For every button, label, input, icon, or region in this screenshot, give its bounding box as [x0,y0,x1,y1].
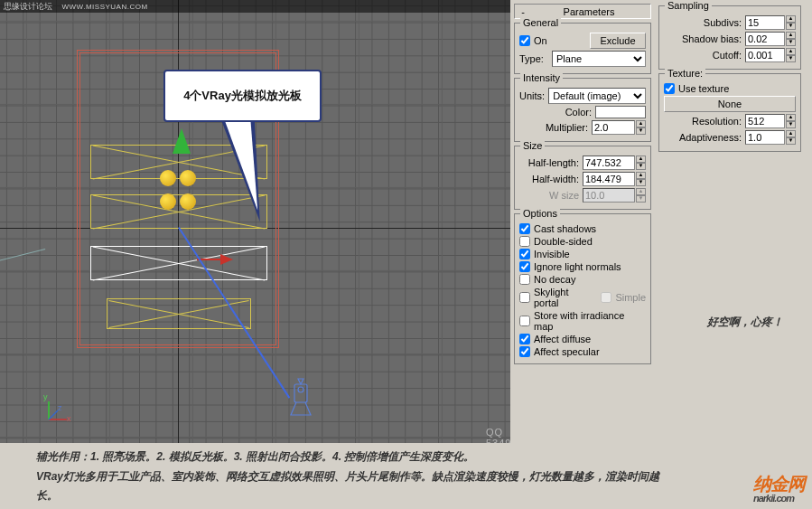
gizmo-sphere-3 [160,193,176,210]
label-cast-shadows: Cast shadows [534,223,596,234]
checkbox-no-decay[interactable] [519,274,530,285]
footer-line-2: VRay灯光多用于工业产品、室内装饰、网络交互虚拟效果照明、片头片尾制作等。缺点… [36,467,677,506]
checkbox-invisible[interactable] [519,249,530,259]
type-select[interactable]: Plane [552,51,646,67]
checkbox-use-texture[interactable] [664,83,675,94]
adaptiveness-spinner[interactable]: ▲▼ [786,130,796,145]
footer-text: 辅光作用：1. 照亮场景。2. 模拟反光板。3. 照射出闭合投影。4. 控制倍增… [36,448,677,506]
group-sampling: Sampling Subdivs:15▲▼ Shadow bias:0.02▲▼… [658,5,801,70]
shadow-bias-spinner[interactable]: ▲▼ [786,32,796,46]
checkbox-cast-shadows[interactable] [519,223,530,234]
group-size: Size Half-length: 747.532▲▼ Half-width: … [514,146,651,210]
gizmo-sphere-2 [180,170,196,186]
logo-sub: narkii.com [753,493,805,504]
multiplier-spinner[interactable]: ▲▼ [636,120,646,135]
axis-x-label: x [67,414,71,423]
resolution-spinner[interactable]: ▲▼ [786,114,796,128]
exclude-button[interactable]: Exclude [590,33,646,49]
checkbox-on[interactable] [519,35,530,46]
adaptiveness-input[interactable]: 1.0 [745,130,785,145]
camera-icon[interactable] [280,375,325,420]
gizmo-sphere-1 [160,170,176,186]
callout-text: 4个VRay光模拟放光板 [183,88,302,104]
resolution-input[interactable]: 512 [745,114,785,128]
logo: 纳金网 narkii.com [753,472,805,504]
checkbox-store-irr[interactable] [519,316,530,326]
url-bar: 思缘设计论坛 WWW.MISSYUAN.COM [0,0,510,13]
units-select[interactable]: Default (image) [548,88,646,104]
gizmo-sphere-4 [180,193,196,210]
label-store-irr: Store with irradiance map [534,310,646,332]
label-shadow-bias: Shadow bias: [682,33,742,44]
group-intensity: Intensity Units: Default (image) Color: … [514,78,651,142]
group-texture: Texture: Use texture None Resolution:512… [658,73,801,152]
label-on: On [534,35,547,46]
label-use-texture: Use texture [678,83,729,94]
axis-tripod: x y z [45,398,70,423]
w-size-input: 10.0 [583,188,635,203]
label-half-length: Half-length: [528,157,579,168]
cutoff-input[interactable]: 0.001 [745,48,785,62]
rollout-title: Parameters [531,6,647,17]
subdivs-input[interactable]: 15 [745,15,785,30]
label-adaptiveness: Adaptiveness: [679,132,742,143]
gizmo-y-cone [173,128,191,154]
vray-light-3[interactable] [107,298,251,329]
checkbox-affect-diffuse[interactable] [519,334,530,344]
half-length-spinner[interactable]: ▲▼ [636,156,646,170]
move-gizmo[interactable] [167,145,203,217]
cutoff-spinner[interactable]: ▲▼ [786,48,796,62]
label-affect-specular: Affect specular [534,346,600,357]
label-multiplier: Multiplier: [546,122,588,133]
rollout-toggle-icon: - [518,6,527,17]
half-width-spinner[interactable]: ▲▼ [636,172,646,186]
checkbox-skylight-portal[interactable] [519,292,530,303]
label-simple: Simple [615,292,646,303]
parameter-panels: - Parameters General On Exclude Type: Pl… [510,0,812,443]
label-double-sided: Double-sided [534,236,593,247]
logo-main: 纳金网 [753,474,805,494]
label-type: Type: [519,53,544,64]
label-no-decay: No decay [534,274,575,285]
vray-light-selected[interactable] [90,246,267,280]
label-invisible: Invisible [534,249,570,259]
footer-line-1: 辅光作用：1. 照亮场景。2. 模拟反光板。3. 照射出闭合投影。4. 控制倍增… [36,448,677,467]
label-resolution: Resolution: [692,116,742,127]
side-note: 好空啊，心疼！ [707,315,783,330]
group-size-label: Size [520,140,545,151]
label-subdivs: Subdivs: [704,17,742,28]
half-width-input[interactable]: 184.479 [583,172,635,186]
label-color: Color: [565,107,592,118]
axis-z-label: z [58,403,62,412]
shadow-bias-input[interactable]: 0.02 [745,32,785,46]
multiplier-input[interactable]: 2.0 [592,120,635,135]
group-intensity-label: Intensity [520,72,563,83]
callout-bubble: 4个VRay光模拟放光板 [163,70,322,122]
checkbox-double-sided[interactable] [519,236,530,247]
subdivs-spinner[interactable]: ▲▼ [786,15,796,30]
group-texture-label: Texture: [665,68,705,79]
group-sampling-label: Sampling [665,0,712,11]
group-general: General On Exclude Type: Plane [514,23,651,74]
label-units: Units: [519,90,545,101]
checkbox-simple [601,292,611,303]
half-length-input[interactable]: 747.532 [583,156,635,170]
viewport[interactable]: 思缘设计论坛 WWW.MISSYUAN.COM .rect .diag::bef… [0,0,510,443]
group-general-label: General [520,17,561,28]
group-options-label: Options [520,208,560,219]
w-size-spinner: ▲▼ [636,188,646,203]
texture-none-button[interactable]: None [664,96,796,112]
checkbox-ignore-normals[interactable] [519,261,530,272]
axis-y-label: y [43,392,48,401]
group-options: Options Cast shadows Double-sided Invisi… [514,213,651,364]
label-half-width: Half-width: [532,174,579,184]
label-w-size: W size [549,190,579,201]
svg-line-4 [49,410,58,419]
checkbox-affect-specular[interactable] [519,346,530,357]
site-name: 思缘设计论坛 [4,2,52,11]
watermark-qq: QQ 53492196 [486,427,510,443]
label-ignore-normals: Ignore light normals [534,261,621,272]
color-swatch[interactable] [595,106,646,118]
site-url: WWW.MISSYUAN.COM [62,3,148,11]
label-affect-diffuse: Affect diffuse [534,334,591,344]
